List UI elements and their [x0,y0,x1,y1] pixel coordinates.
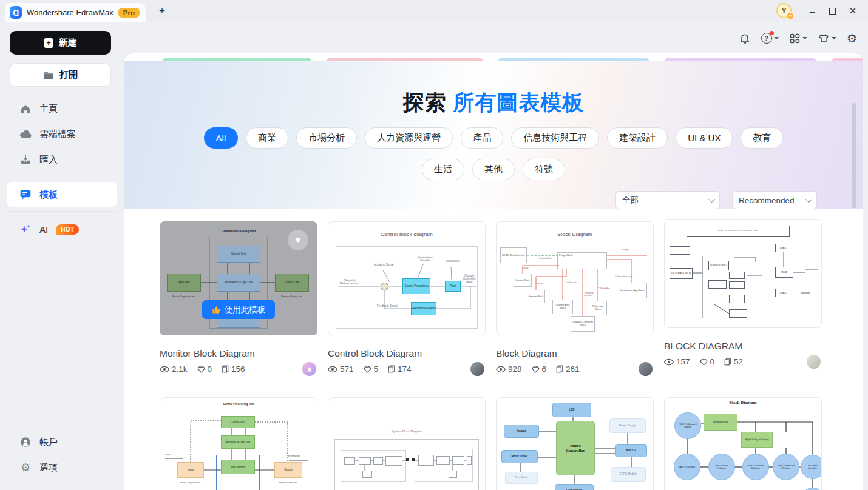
new-document-button[interactable]: + 新建 [10,31,111,55]
hero-banner: 探索 所有圖表模板 All 商業 市場分析 人力資源與運營 產品 信息技術與工程… [124,61,863,209]
sidebar-item-ai[interactable]: AI HOT [7,216,117,242]
chip-market-analysis[interactable]: 市場分析 [296,127,357,149]
apps-menu[interactable] [789,33,807,44]
vip-badge-icon: ▾ [787,12,794,19]
category-chips-row1: All 商業 市場分析 人力資源與運營 產品 信息技術與工程 建築設計 UI &… [124,127,863,149]
sidebar-item-label: 匯入 [39,154,58,166]
open-document-button[interactable]: 打開 [10,63,111,87]
template-card: Central Processing Unit Control Unit Ari… [160,397,317,490]
sidebar-item-label: 模板 [39,189,58,201]
sidebar-item-import[interactable]: 匯入 [7,147,117,172]
use-template-label: 使用此模板 [225,304,266,315]
views-eye-icon [496,366,506,373]
author-avatar[interactable] [470,362,484,376]
sidebar-item-cloud-files[interactable]: 雲端檔案 [7,121,117,147]
sidebar-item-label: 雲端檔案 [39,129,76,140]
chip-product[interactable]: 產品 [461,127,503,149]
chip-all[interactable]: All [204,127,239,149]
gear-icon: ⚙ [847,33,857,44]
likes-count: 6 [542,364,547,374]
theme-menu[interactable] [818,33,836,44]
template-card: System Block Diagram [328,397,486,490]
sidebar-item-label: 帳戶 [39,437,58,448]
diagram-connectors [665,220,822,328]
copies-icon [556,365,563,373]
sidebar-item-label: 選項 [39,462,58,474]
cloud-icon [19,128,32,140]
likes-heart-icon [197,366,205,373]
template-card: ▪▪▪▪▪ ▪▪▪▪ ▪▪▪▪▪▪ ▪▪▪▪ ▪▪▪ ▪▪▪▪▪▪▪ ▪▪▪ ▪… [664,219,822,374]
chip-business[interactable]: 商業 [246,127,288,149]
minimize-button[interactable]: – [804,4,821,18]
template-thumbnail[interactable]: Central Processing Unit Control Unit Ari… [160,221,317,335]
template-thumbnail[interactable]: LCD Keypad Motor Driver Door Motor Micro… [496,397,654,490]
template-thumbnail[interactable]: Block Diagram WLAN BlockInterface Fridge… [496,221,654,335]
chevron-down-icon [708,196,715,203]
template-thumbnail[interactable]: System Block Diagram [328,397,486,490]
views-count: 571 [340,364,354,374]
folder-icon [43,70,54,80]
views-count: 2.1k [172,364,188,374]
close-button[interactable]: ✕ [844,4,861,18]
new-button-label: 新建 [59,37,77,49]
ai-sparkles-icon [19,223,32,235]
sidebar-item-options[interactable]: ⚙ 選項 [7,455,117,480]
chip-it-engineering[interactable]: 信息技術與工程 [511,127,599,149]
favorite-heart-icon[interactable]: ♥ [288,230,308,250]
sidebar-item-account[interactable]: 帳戶 [7,429,117,455]
notification-bell-icon[interactable] [739,32,751,44]
author-avatar[interactable] [639,362,653,376]
sort-value: Recommended [739,196,795,205]
maximize-button[interactable] [824,4,841,18]
use-template-button[interactable]: 使用此模板 [202,300,275,319]
settings-menu[interactable]: ⚙ [847,33,857,44]
views-count: 928 [508,364,522,374]
topbar-icons: ? ⚙ [739,30,857,46]
likes-heart-icon [532,366,540,373]
chip-life[interactable]: 生活 [422,159,464,180]
chip-other[interactable]: 其他 [472,159,515,180]
vertical-scrollbar-thumb[interactable] [852,103,856,208]
template-thumbnail[interactable]: Block Diagram 12AU7 Differential Keying … [664,397,822,490]
author-avatar[interactable] [302,362,316,376]
diagram-connectors [497,222,654,335]
template-stats: 928 6 261 [496,364,654,374]
chip-ui-ux[interactable]: UI & UX [676,127,733,149]
app-tab[interactable]: D Wondershare EdrawMax Pro [5,3,146,22]
templates-icon [19,189,32,201]
sidebar-item-label: AI [39,224,48,235]
template-thumbnail[interactable]: ▪▪▪▪▪ ▪▪▪▪ ▪▪▪▪▪▪ ▪▪▪▪ ▪▪▪ ▪▪▪▪▪▪▪ ▪▪▪ ▪… [664,219,822,328]
template-grid-row1: Central Processing Unit Control Unit Ari… [160,221,827,374]
category-filter-dropdown[interactable]: 全部 [615,191,720,209]
template-title: Monitor Block Diagram [160,348,317,359]
content-panel: 探索 所有圖表模板 All 商業 市場分析 人力資源與運營 產品 信息技術與工程… [124,53,863,490]
chevron-down-icon [774,37,779,39]
copies-icon [222,365,229,373]
author-avatar[interactable] [807,355,821,369]
chip-architecture[interactable]: 建築設計 [607,127,668,149]
template-thumbnail[interactable]: Central Processing Unit Control Unit Ari… [160,397,317,490]
chip-hr-operations[interactable]: 人力資源與運營 [365,127,453,149]
chip-symbols[interactable]: 符號 [523,159,565,180]
help-menu[interactable]: ? [761,33,779,44]
plus-icon: + [44,38,53,48]
sidebar-item-templates[interactable]: 模板 [7,182,117,207]
category-filter-value: 全部 [622,195,639,206]
likes-count: 5 [374,364,379,374]
shirt-icon [818,33,830,44]
sidebar-item-home[interactable]: 主頁 [7,96,117,121]
template-title: BLOCK DIAGRAM [664,341,822,352]
import-icon [19,153,32,166]
template-title: Control Block Diagram [328,348,486,359]
likes-heart-icon [700,358,708,366]
sort-dropdown[interactable]: Recommended [732,191,817,209]
home-icon [19,102,32,115]
diagram-connectors [328,222,486,335]
copies-count: 52 [734,357,743,366]
new-tab-button[interactable]: + [155,4,169,18]
template-stats: 571 5 174 [328,364,486,374]
template-thumbnail[interactable]: Control block diagram Control Proportion… [328,221,486,335]
account-icon [19,436,32,448]
chip-education[interactable]: 教育 [741,127,783,149]
page-title: 探索 所有圖表模板 [124,89,863,117]
